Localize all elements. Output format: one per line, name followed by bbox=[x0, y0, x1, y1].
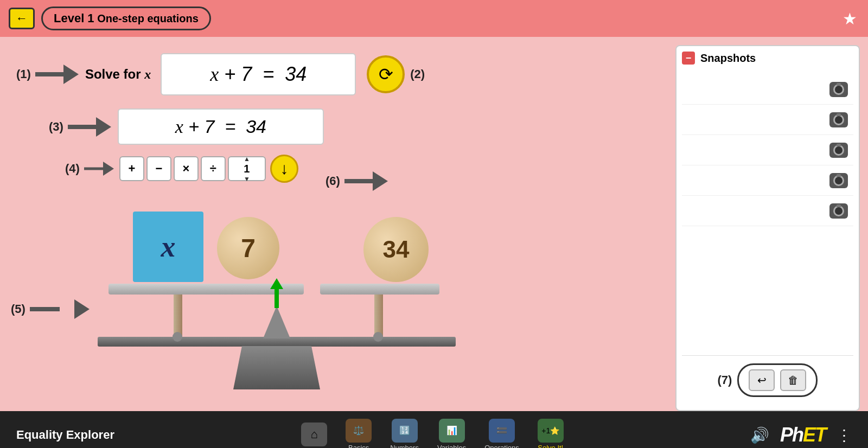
step3-label: (3) bbox=[49, 120, 63, 134]
sound-icon[interactable]: 🔊 bbox=[750, 426, 769, 444]
step6-label: (6) bbox=[326, 174, 340, 188]
camera-icon-3[interactable] bbox=[829, 143, 848, 158]
nav-variables[interactable]: 📊 Variables bbox=[431, 417, 473, 449]
snapshots-footer: (7) ↩ 🗑 bbox=[682, 355, 853, 405]
divide-button[interactable]: ÷ bbox=[201, 156, 226, 181]
thirtyfour-ball[interactable]: 34 bbox=[363, 217, 429, 282]
step1-arrow bbox=[35, 65, 79, 84]
star-icon[interactable]: ★ bbox=[843, 9, 857, 28]
equation-display: x + 7 = 34 bbox=[161, 53, 356, 95]
snapshots-collapse-button[interactable]: − bbox=[682, 52, 695, 65]
camera-icon-1[interactable] bbox=[829, 82, 848, 97]
nav-solveit[interactable]: +1⭐ Solve It! bbox=[531, 417, 570, 449]
row1: (1) Solve for x x + 7 = 34 ⟳ (2) bbox=[16, 53, 659, 95]
row3: (3) x + 7 = 34 bbox=[49, 108, 659, 145]
camera-icon-5[interactable] bbox=[829, 203, 848, 219]
step7-label: (7) bbox=[718, 373, 732, 387]
numbers-icon: 🔢 bbox=[392, 419, 418, 443]
step5-label: (5) bbox=[11, 302, 25, 316]
more-icon[interactable]: ⋮ bbox=[837, 426, 852, 444]
fulcrum bbox=[263, 306, 290, 338]
snapshots-title: Snapshots bbox=[700, 52, 756, 65]
step4-arrow bbox=[84, 162, 114, 176]
plus-button[interactable]: + bbox=[119, 156, 144, 181]
times-button[interactable]: × bbox=[174, 156, 199, 181]
right-pan bbox=[320, 284, 439, 295]
step4-label: (4) bbox=[65, 162, 80, 176]
right-support bbox=[374, 295, 383, 338]
equation-editable[interactable]: x + 7 = 34 bbox=[118, 108, 324, 145]
snapshot-row-5 bbox=[682, 196, 853, 226]
camera-icon-4[interactable] bbox=[829, 173, 848, 188]
nav-numbers[interactable]: 🔢 Numbers bbox=[384, 417, 425, 449]
nav-basics[interactable]: ⚖️ Basics bbox=[339, 417, 378, 449]
nav-items: ⌂ ⚖️ Basics 🔢 Numbers 📊 Variables 🟰 Oper… bbox=[295, 417, 570, 449]
solveit-icon: +1⭐ bbox=[538, 419, 564, 443]
undo-button[interactable]: ↩ bbox=[749, 369, 775, 391]
refresh-button[interactable]: ⟳ bbox=[367, 55, 405, 93]
delete-button[interactable]: 🗑 bbox=[780, 369, 806, 391]
fulcrum-ball-right bbox=[373, 332, 383, 342]
pedestal bbox=[233, 346, 320, 389]
app-title: Equality Explorer bbox=[16, 428, 114, 442]
x-block[interactable]: x bbox=[133, 212, 203, 282]
level-badge: Level 1 One-step equations bbox=[41, 7, 211, 30]
basics-icon: ⚖️ bbox=[346, 419, 372, 443]
step1-label: (1) bbox=[16, 67, 31, 81]
operations-label: Operations bbox=[484, 444, 519, 449]
fulcrum-ball-left bbox=[173, 332, 182, 342]
minus-button[interactable]: − bbox=[146, 156, 171, 181]
basics-label: Basics bbox=[348, 444, 369, 449]
home-icon: ⌂ bbox=[301, 423, 327, 446]
operations-icon: 🟰 bbox=[489, 419, 515, 443]
step3-arrow bbox=[68, 117, 111, 137]
nav-home[interactable]: ⌂ bbox=[295, 420, 334, 448]
snapshot-row-1 bbox=[682, 74, 853, 105]
number-stepper[interactable]: ▲ 1 ▼ bbox=[228, 156, 266, 181]
bottom-nav: Equality Explorer ⌂ ⚖️ Basics 🔢 Numbers … bbox=[0, 411, 868, 448]
level-label: Level 1 bbox=[54, 11, 94, 25]
solveit-label: Solve It! bbox=[538, 444, 563, 449]
step6-arrow bbox=[344, 171, 388, 191]
row6-arrow: (6) bbox=[326, 171, 394, 191]
center-arrow bbox=[271, 278, 282, 308]
seven-ball[interactable]: 7 bbox=[217, 217, 279, 279]
numbers-label: Numbers bbox=[390, 444, 419, 449]
top-bar: ← Level 1 One-step equations ★ bbox=[0, 0, 868, 37]
variables-label: Variables bbox=[437, 444, 466, 449]
footer-buttons: ↩ 🗑 bbox=[737, 363, 818, 397]
snapshot-row-4 bbox=[682, 165, 853, 196]
arrow-head bbox=[270, 278, 283, 289]
left-content: (1) Solve for x x + 7 = 34 ⟳ (2) (3) x +… bbox=[0, 37, 675, 411]
level-subtitle: One-step equations bbox=[97, 12, 199, 24]
step2-label: (2) bbox=[410, 67, 425, 81]
variables-icon: 📊 bbox=[439, 419, 465, 443]
solve-for-label: Solve for x bbox=[85, 67, 151, 82]
nav-operations[interactable]: 🟰 Operations bbox=[478, 417, 526, 449]
camera-icon-2[interactable] bbox=[829, 112, 848, 127]
nav-right: 🔊 PhET ⋮ bbox=[750, 424, 852, 446]
arrow-body bbox=[275, 289, 279, 308]
balance-scale: x 7 34 bbox=[54, 189, 488, 395]
snapshot-row-2 bbox=[682, 105, 853, 135]
left-support bbox=[174, 295, 182, 338]
snapshots-header: − Snapshots bbox=[682, 52, 853, 69]
snapshot-row-3 bbox=[682, 135, 853, 165]
back-button[interactable]: ← bbox=[9, 8, 35, 29]
go-button[interactable]: ↓ bbox=[270, 155, 298, 183]
main-area: (1) Solve for x x + 7 = 34 ⟳ (2) (3) x +… bbox=[0, 37, 868, 411]
phet-logo: PhET bbox=[780, 424, 826, 446]
snapshots-panel: − Snapshots (7) ↩ 🗑 bbox=[675, 45, 860, 411]
